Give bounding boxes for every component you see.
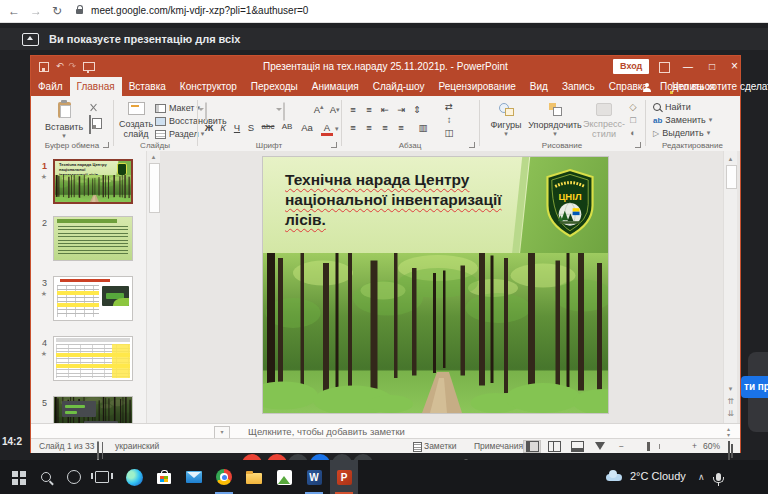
scroll-up-icon[interactable]: ▴ (724, 155, 737, 163)
notes-toggle[interactable]: Заметки (424, 439, 457, 453)
scroll-down-icon[interactable]: ▾ (724, 385, 737, 393)
slide-thumbnail-1[interactable]: Технічна нарада Центру національної інве… (53, 159, 133, 204)
animation-star-icon[interactable]: ★ (33, 290, 47, 298)
close-button[interactable]: × (731, 56, 738, 77)
sign-in-button[interactable]: Вход (613, 59, 649, 74)
zoom-slider-thumb[interactable] (647, 442, 650, 451)
weather-text[interactable]: 2°C Cloudy (630, 470, 686, 482)
normal-view-button[interactable] (523, 440, 541, 453)
ppt-titlebar[interactable]: ↶ ↷ Презентація на тех.нараду 25.11.2021… (31, 56, 740, 77)
numbering-button[interactable]: ≡ (363, 104, 375, 115)
align-center-button[interactable]: ≡ (363, 122, 375, 133)
slide-thumbnail-4[interactable] (53, 336, 133, 381)
bold-button[interactable]: Ж (203, 122, 215, 133)
chrome-button[interactable] (210, 460, 238, 494)
underline-button[interactable]: Ч (231, 122, 243, 133)
line-spacing-button[interactable]: ⇕ (411, 104, 423, 115)
columns-button[interactable]: ▥ (417, 122, 429, 133)
arrange-button[interactable]: Упорядочить ▾ (527, 102, 583, 138)
thumbnail-scrollbar[interactable]: ▴ (146, 151, 160, 423)
language-indicator[interactable]: украинский (115, 439, 159, 453)
slide-canvas[interactable]: ЦНІЛ Технічна нарада Центру національної… (263, 157, 608, 413)
shape-effects-icon[interactable]: ◐ (627, 127, 639, 138)
tab-transitions[interactable]: Переходы (244, 77, 305, 96)
zoom-level[interactable]: 60% (703, 439, 720, 453)
char-spacing-button[interactable]: АВ (279, 122, 295, 131)
notes-resize-down-icon[interactable]: ▾ (727, 431, 730, 438)
minimize-button[interactable]: — (683, 56, 693, 77)
shape-fill-icon[interactable]: ◇ (627, 101, 639, 112)
notes-placeholder[interactable]: Щелкните, чтобы добавить заметки (248, 424, 405, 439)
slide-thumbnail-2[interactable] (53, 216, 133, 261)
quick-styles-button[interactable]: Экспресс-стили (583, 102, 625, 140)
new-slide-button[interactable]: Создать слайд (119, 101, 153, 140)
tab-home[interactable]: Главная (70, 77, 122, 96)
align-left-button[interactable]: ≡ (347, 122, 359, 133)
copy-icon[interactable] (89, 115, 91, 134)
scrollbar-thumb[interactable] (726, 165, 737, 189)
replace-button[interactable]: ab Заменить ▾ (653, 115, 712, 125)
font-name-select[interactable] (205, 102, 207, 121)
powerpoint-button[interactable]: P (330, 460, 358, 494)
select-button[interactable]: ▷ Выделить ▾ (653, 128, 710, 138)
task-view-button[interactable] (88, 460, 116, 494)
reload-icon[interactable]: ↻ (52, 0, 62, 22)
spellcheck-icon[interactable] (97, 441, 99, 460)
previous-slide-icon[interactable]: ⇈ (724, 397, 737, 406)
tab-design[interactable]: Конструктор (173, 77, 244, 96)
slide-sorter-button[interactable] (545, 440, 563, 453)
photos-button[interactable] (270, 460, 298, 494)
change-case-button[interactable]: Аа (299, 122, 315, 133)
slide-thumbnail-5[interactable] (53, 396, 133, 423)
slide-title[interactable]: Технічна нарада Центру національної інве… (285, 170, 525, 229)
font-size-select[interactable] (283, 102, 285, 121)
find-button[interactable]: Найти (653, 102, 691, 112)
smartart-button[interactable]: ◫ (443, 127, 455, 138)
align-text-button[interactable]: ↕ (443, 114, 455, 125)
cortana-button[interactable] (60, 460, 88, 494)
scroll-up-icon[interactable]: ▴ (147, 153, 160, 161)
scrollbar-thumb[interactable] (149, 163, 160, 213)
edge-button[interactable] (120, 460, 148, 494)
bullets-button[interactable]: ≡ (347, 104, 359, 115)
strikethrough-button[interactable]: abc (259, 122, 277, 131)
search-button[interactable] (32, 460, 60, 494)
font-color-button[interactable]: А (321, 122, 333, 136)
decrease-indent-button[interactable]: ⇤ (379, 104, 391, 115)
forest-photo[interactable] (263, 253, 608, 413)
zoom-out-button[interactable]: − (619, 439, 624, 453)
fit-slide-icon[interactable] (728, 441, 730, 460)
tab-animations[interactable]: Анимация (305, 77, 366, 96)
main-scrollbar[interactable]: ▴ ▾ ⇈ ⇊ (723, 151, 737, 423)
start-button[interactable] (4, 460, 32, 494)
tab-review[interactable]: Рецензирование (432, 77, 523, 96)
dialog-launcher-icon[interactable] (103, 142, 109, 148)
microphone-tray-button[interactable] (704, 460, 732, 494)
tab-insert[interactable]: Вставка (122, 77, 173, 96)
italic-button[interactable]: К (217, 122, 229, 133)
weather-icon-slot[interactable] (600, 460, 628, 494)
tab-file[interactable]: Файл (31, 77, 70, 96)
tab-record[interactable]: Запись (555, 77, 602, 96)
increase-indent-button[interactable]: ⇥ (395, 104, 407, 115)
justify-button[interactable]: ≡ (395, 122, 407, 133)
shapes-button[interactable]: Фигуры ▾ (487, 102, 525, 138)
slide-thumbnail-3[interactable] (53, 276, 133, 321)
url-text[interactable]: meet.google.com/kmj-vdjr-xzp?pli=1&authu… (91, 0, 308, 22)
forward-icon[interactable]: → (30, 0, 42, 22)
share-button[interactable]: Поделиться (653, 77, 722, 96)
store-button[interactable] (150, 460, 178, 494)
tab-slideshow[interactable]: Слайд-шоу (366, 77, 432, 96)
back-icon[interactable]: ← (8, 0, 20, 22)
comments-toggle[interactable]: Примечания (474, 439, 523, 453)
next-slide-icon[interactable]: ⇊ (724, 409, 737, 418)
zoom-in-button[interactable]: + (692, 439, 697, 453)
maximize-button[interactable]: □ (709, 56, 715, 77)
notes-toggle-icon[interactable] (413, 442, 422, 452)
paste-button[interactable]: Вставить ▾ (45, 102, 83, 140)
ribbon-display-options-icon[interactable] (659, 62, 670, 73)
tab-view[interactable]: Вид (523, 77, 555, 96)
reading-view-button[interactable] (568, 440, 586, 453)
lock-icon[interactable] (76, 9, 83, 14)
text-shadow-button[interactable]: S (245, 122, 257, 133)
